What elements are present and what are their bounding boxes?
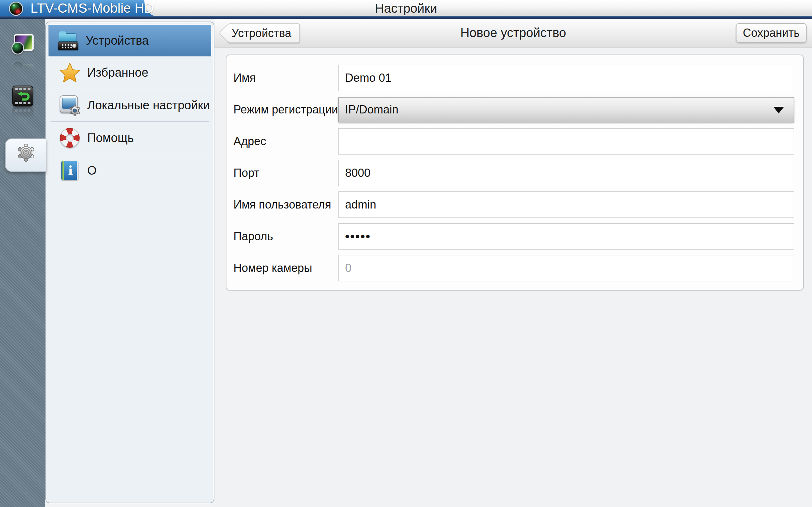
about-book-icon: i bbox=[59, 159, 80, 181]
field-label: Режим регистрации bbox=[234, 103, 338, 116]
local-settings-icon bbox=[59, 94, 80, 116]
menu-item-label: Избранное bbox=[87, 66, 148, 79]
content-title: Новое устройство bbox=[214, 19, 812, 47]
playback-icon bbox=[12, 86, 33, 107]
camera-number-field[interactable] bbox=[338, 255, 794, 281]
settings-menu-panel: Устройства Избранное bbox=[45, 21, 214, 503]
menu-item-label: О bbox=[87, 164, 97, 177]
sidebar-item-playback[interactable] bbox=[0, 86, 45, 107]
live-view-icon-reflection bbox=[0, 58, 45, 80]
new-device-form-card: Имя Режим регистрации IP/Domain Адрес По… bbox=[226, 55, 804, 291]
form-row-registration-mode: Режим регистрации IP/Domain bbox=[234, 94, 794, 125]
save-button[interactable]: Сохранить bbox=[736, 23, 807, 43]
field-label: Адрес bbox=[234, 135, 338, 148]
form-row-name: Имя bbox=[234, 62, 794, 94]
help-lifebuoy-icon bbox=[59, 127, 80, 149]
top-bar: LTV-CMS-Moblie HD Настройки bbox=[0, 0, 812, 19]
sidebar bbox=[0, 19, 45, 507]
form-row-username: Имя пользователя bbox=[234, 189, 794, 221]
menu-item-devices[interactable]: Устройства bbox=[49, 25, 211, 56]
menu-item-help[interactable]: Помощь bbox=[50, 122, 209, 154]
form-row-address: Адрес bbox=[234, 125, 794, 157]
save-button-label: Сохранить bbox=[743, 26, 800, 40]
menu-item-label: Локальные настройки bbox=[87, 99, 210, 112]
field-label: Пароль bbox=[234, 230, 338, 243]
form-row-password: Пароль bbox=[234, 221, 794, 252]
back-button-label: Устройства bbox=[232, 26, 291, 40]
registration-mode-dropdown[interactable]: IP/Domain bbox=[338, 97, 794, 122]
favorites-star-icon bbox=[59, 61, 80, 83]
field-label: Имя пользователя bbox=[234, 198, 338, 211]
live-view-icon bbox=[11, 34, 34, 57]
form-row-camera-number: Номер камеры bbox=[234, 252, 794, 284]
chevron-down-icon bbox=[773, 107, 784, 113]
address-field[interactable] bbox=[338, 128, 794, 155]
field-label: Порт bbox=[234, 166, 338, 180]
settings-gear-icon bbox=[17, 144, 35, 162]
dropdown-selected-value: IP/Domain bbox=[345, 103, 398, 116]
field-label: Номер камеры bbox=[234, 262, 338, 275]
menu-item-about[interactable]: i О bbox=[50, 154, 209, 187]
menu-item-favorites[interactable]: Избранное bbox=[50, 56, 209, 89]
menu-item-label: Устройства bbox=[86, 34, 149, 48]
password-field[interactable] bbox=[338, 223, 794, 250]
page-title: Настройки bbox=[0, 0, 812, 16]
back-button-devices[interactable]: Устройства bbox=[228, 23, 300, 43]
devices-icon bbox=[58, 30, 79, 52]
menu-item-label: Помощь bbox=[87, 131, 134, 145]
content-area: Устройства Новое устройство Сохранить Им… bbox=[214, 19, 812, 507]
content-header: Устройства Новое устройство Сохранить bbox=[214, 19, 812, 48]
username-field[interactable] bbox=[338, 191, 794, 218]
port-field[interactable] bbox=[338, 160, 794, 186]
name-field[interactable] bbox=[338, 65, 794, 91]
playback-icon-reflection bbox=[0, 107, 45, 128]
menu-item-local-settings[interactable]: Локальные настройки bbox=[50, 89, 209, 122]
form-row-port: Порт bbox=[234, 157, 794, 189]
sidebar-item-settings-selected[interactable] bbox=[5, 138, 46, 172]
sidebar-item-live-view[interactable] bbox=[0, 34, 45, 57]
field-label: Имя bbox=[234, 71, 338, 84]
app-root: { "window": { "app_title": "LTV-CMS-Mobl… bbox=[0, 0, 812, 507]
